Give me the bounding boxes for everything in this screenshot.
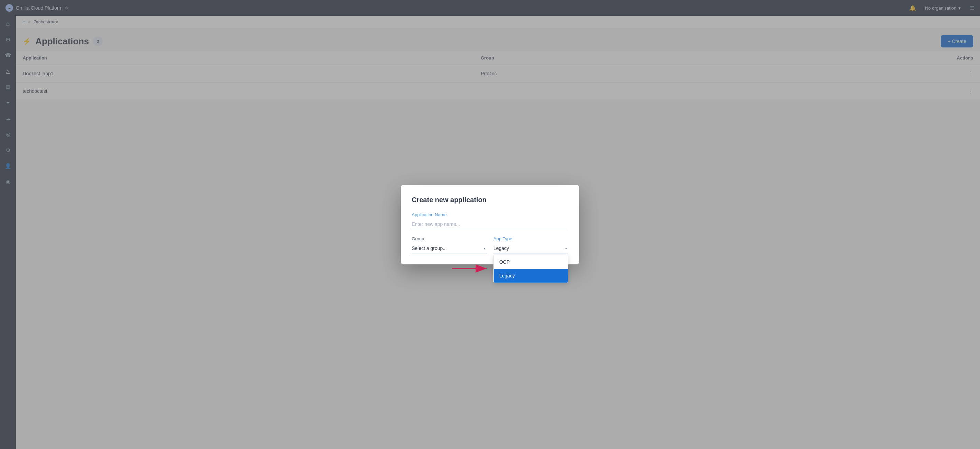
arrow-annotation [449, 264, 490, 273]
group-select-wrap: Select a group... ▾ [412, 243, 487, 253]
app-type-select-wrap: Legacy ▾ [493, 243, 568, 253]
group-select[interactable]: Select a group... [412, 243, 487, 253]
app-type-value: Legacy [493, 246, 509, 251]
dropdown-option-ocp[interactable]: OCP [494, 255, 568, 269]
app-type-label: App Type [493, 236, 568, 241]
group-field: Group Select a group... ▾ [412, 236, 487, 253]
arrow-svg [449, 264, 490, 273]
app-name-input[interactable] [412, 219, 568, 229]
app-name-field: Application Name [412, 212, 568, 229]
group-label: Group [412, 236, 487, 241]
create-app-modal: Create new application Application Name … [401, 185, 579, 264]
modal-overlay: Create new application Application Name … [0, 0, 980, 449]
app-type-field: App Type Legacy ▾ [493, 236, 568, 253]
modal-title: Create new application [412, 196, 568, 204]
app-type-select-display[interactable]: Legacy [493, 243, 568, 253]
app-name-label: Application Name [412, 212, 568, 217]
dropdown-option-legacy[interactable]: Legacy [494, 269, 568, 283]
form-row-group-type: Group Select a group... ▾ App Type Legac… [412, 236, 568, 253]
app-type-dropdown: OCP Legacy [493, 255, 568, 283]
